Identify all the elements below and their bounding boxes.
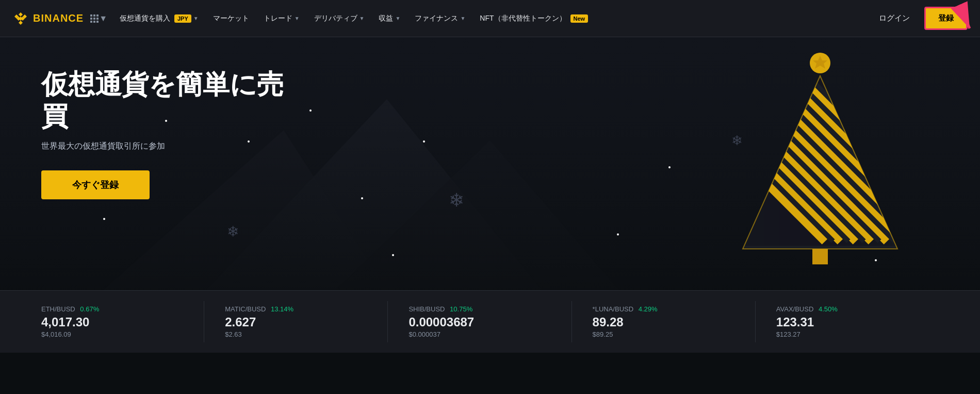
price-bar: ETH/BUSD 0.67% 4,017.30 $4,016.09 MATIC/…: [0, 290, 980, 353]
snowflake-2: ❄: [449, 190, 464, 211]
hero-cta-button[interactable]: 今すぐ登録: [41, 170, 150, 199]
nav-derivatives[interactable]: デリバティブ ▼: [308, 10, 371, 27]
hero-title: 仮想通貨を簡単に売買: [41, 68, 299, 133]
nav-nft[interactable]: NFT（非代替性トークン） New: [473, 10, 594, 27]
svg-rect-7: [90, 14, 92, 17]
price-main-eth: 4,017.30: [41, 315, 183, 329]
star-dot-6: [392, 254, 394, 256]
nft-new-badge: New: [570, 14, 589, 23]
price-pair-luna: *LUNA/BUSD 4.29%: [593, 305, 734, 313]
nav-markets[interactable]: マーケット: [207, 10, 255, 27]
svg-marker-5: [19, 21, 23, 25]
star-dot-10: [103, 218, 105, 220]
hero-section: ❄ ❄ ❄ ❄ 仮想通貨を簡単に売買 世界最大の仮想通貨取引所に参加 今すぐ登録: [0, 37, 980, 290]
price-sub-avax: $123.27: [776, 330, 918, 338]
price-pair-matic: MATIC/BUSD 13.14%: [225, 305, 367, 313]
price-item-avax[interactable]: AVAX/BUSD 4.50% 123.31 $123.27: [756, 301, 939, 342]
hero-content: 仮想通貨を簡単に売買 世界最大の仮想通貨取引所に参加 今すぐ登録: [41, 68, 299, 199]
svg-rect-15: [96, 21, 99, 23]
grid-chevron: ▼: [99, 14, 107, 23]
earn-chevron: ▼: [395, 15, 400, 21]
nav-buy-crypto[interactable]: 仮想通貨を購入 JPY ▼: [113, 10, 205, 27]
price-pair-eth: ETH/BUSD 0.67%: [41, 305, 183, 313]
nav-bar: 仮想通貨を購入 JPY ▼ マーケット トレード ▼ デリバティブ ▼ 収益 ▼…: [113, 10, 871, 27]
price-item-matic[interactable]: MATIC/BUSD 13.14% 2.627 $2.63: [204, 301, 388, 342]
star-dot-8: [617, 233, 619, 235]
buy-crypto-chevron: ▼: [193, 15, 199, 21]
grid-icon[interactable]: ▼: [90, 14, 107, 23]
login-button[interactable]: ログイン: [871, 9, 918, 27]
price-item-eth[interactable]: ETH/BUSD 0.67% 4,017.30 $4,016.09: [41, 301, 204, 342]
header: BINANCE ▼ 仮想通貨を購入 JPY ▼ マーケット トレード ▼: [0, 0, 980, 37]
christmas-tree: [722, 48, 918, 270]
svg-rect-14: [93, 21, 95, 23]
trade-chevron: ▼: [295, 15, 300, 21]
svg-rect-12: [96, 18, 99, 20]
nav-trade[interactable]: トレード ▼: [257, 10, 306, 27]
svg-marker-0: [19, 12, 23, 17]
price-pair-avax: AVAX/BUSD 4.50%: [776, 305, 918, 313]
svg-rect-8: [93, 14, 95, 17]
svg-rect-10: [90, 18, 92, 20]
price-main-shib: 0.00003687: [409, 315, 550, 329]
register-button[interactable]: 登録: [924, 7, 968, 30]
price-sub-shib: $0.000037: [409, 330, 550, 338]
price-sub-luna: $89.25: [593, 330, 734, 338]
svg-rect-13: [90, 21, 92, 23]
star-dot-3: [309, 109, 312, 112]
svg-rect-11: [93, 18, 95, 20]
star-dot-7: [668, 166, 671, 168]
finance-chevron: ▼: [460, 15, 465, 21]
binance-logo-icon: [12, 10, 29, 27]
price-sub-eth: $4,016.09: [41, 330, 183, 338]
price-main-matic: 2.627: [225, 315, 367, 329]
star-dot-4: [361, 197, 363, 199]
price-main-luna: 89.28: [593, 315, 734, 329]
price-item-shib[interactable]: SHIB/BUSD 10.75% 0.00003687 $0.000037: [388, 301, 571, 342]
price-item-luna[interactable]: *LUNA/BUSD 4.29% 89.28 $89.25: [572, 301, 756, 342]
svg-rect-9: [96, 14, 99, 17]
derivatives-chevron: ▼: [360, 15, 365, 21]
logo-area[interactable]: BINANCE: [12, 10, 84, 27]
nav-finance[interactable]: ファイナンス ▼: [409, 10, 471, 27]
price-sub-matic: $2.63: [225, 330, 367, 338]
svg-rect-48: [812, 249, 828, 264]
snowflake-1: ❄: [227, 223, 239, 240]
header-actions: ログイン 登録: [871, 7, 968, 30]
nav-earn[interactable]: 収益 ▼: [372, 10, 406, 27]
jpy-badge: JPY: [174, 14, 191, 23]
price-main-avax: 123.31: [776, 315, 918, 329]
christmas-tree-svg: [722, 48, 918, 270]
logo-text: BINANCE: [33, 12, 84, 24]
star-dot-5: [423, 140, 425, 143]
price-pair-shib: SHIB/BUSD 10.75%: [409, 305, 550, 313]
hero-subtitle: 世界最大の仮想通貨取引所に参加: [41, 141, 299, 152]
